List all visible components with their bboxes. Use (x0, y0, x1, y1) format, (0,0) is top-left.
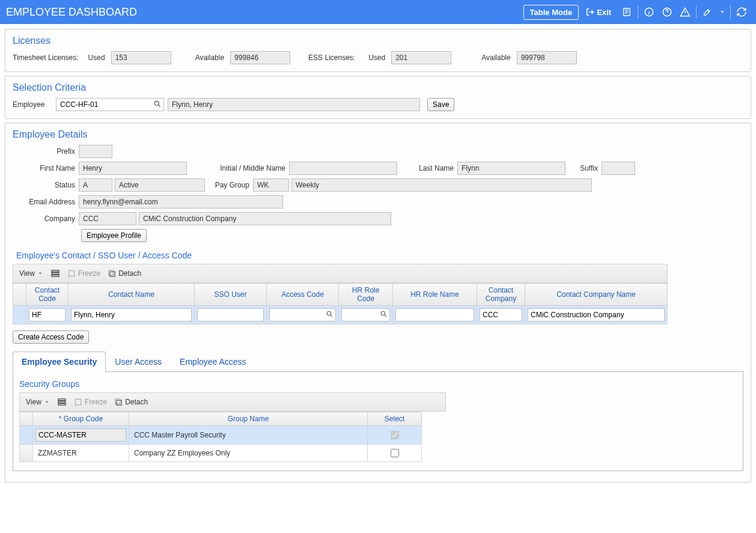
alert-icon[interactable] (677, 4, 694, 20)
col-contact-company-name[interactable]: Contact Company Name (525, 284, 668, 306)
timesheet-licenses-label: Timesheet Licenses: (13, 53, 79, 62)
view-label: View (26, 398, 41, 406)
col-sso-user[interactable]: SSO User (195, 284, 267, 306)
col-group-name[interactable]: Group Name (129, 412, 368, 426)
view-menu[interactable]: View (19, 269, 43, 278)
notes-icon[interactable] (618, 4, 635, 20)
selection-criteria-panel: Selection Criteria Employee Save (5, 76, 751, 119)
col-contact-code[interactable]: Contact Code (26, 284, 69, 306)
view-label: View (19, 269, 35, 278)
help-icon[interactable] (659, 4, 675, 20)
exit-label: Exit (597, 8, 611, 17)
cell-contact-name[interactable] (71, 308, 192, 321)
create-access-code-button[interactable]: Create Access Code (13, 330, 89, 344)
svg-rect-13 (58, 401, 66, 403)
available-label: Available (195, 53, 224, 62)
security-row[interactable]: CCC Master Payroll Security (20, 426, 422, 445)
cell-contact-company-name[interactable] (528, 308, 665, 321)
col-hr-role-code[interactable]: HR Role Code (339, 284, 393, 306)
status-desc-field (115, 178, 205, 192)
tab-employee-access[interactable]: Employee Access (171, 352, 255, 372)
paygroup-code-field (253, 178, 289, 192)
svg-rect-15 (75, 399, 81, 404)
svg-rect-9 (110, 272, 115, 276)
separator (696, 5, 697, 19)
exit-button[interactable]: Exit (582, 5, 615, 19)
freeze-button[interactable]: Freeze (67, 269, 100, 278)
info-icon[interactable] (641, 4, 657, 20)
security-toolbar: View Freeze Detach (19, 392, 446, 412)
contact-sso-title: Employee's Contact / SSO User / Access C… (16, 251, 743, 260)
freeze-label: Freeze (78, 269, 100, 278)
employee-details-title: Employee Details (13, 129, 743, 140)
ess-available-field (517, 51, 577, 64)
suffix-label: Suffix (565, 164, 602, 172)
cell-hr-role-code[interactable] (341, 308, 390, 321)
separator (730, 5, 731, 19)
title-bar-icons (618, 4, 750, 20)
cell-group-code[interactable] (35, 428, 126, 442)
refresh-icon[interactable] (733, 4, 750, 20)
view-menu[interactable]: View (26, 398, 50, 406)
employee-label: Employee (13, 100, 52, 109)
last-name-field (457, 162, 565, 175)
employee-code-input[interactable] (56, 98, 164, 111)
email-field (79, 195, 283, 209)
table-mode-button[interactable]: Table Mode (523, 5, 579, 20)
edit-icon[interactable] (699, 4, 716, 20)
chevron-down-icon (37, 270, 43, 276)
first-name-label: First Name (13, 164, 79, 172)
detach-button[interactable]: Detach (108, 269, 141, 278)
select-checkbox[interactable] (391, 449, 399, 457)
col-contact-name[interactable]: Contact Name (69, 284, 195, 306)
save-button[interactable]: Save (427, 98, 454, 111)
ess-used-field (391, 51, 451, 64)
employee-details-panel: Employee Details Prefix First Name Initi… (5, 123, 751, 483)
contact-row[interactable] (13, 306, 668, 324)
svg-rect-4 (52, 270, 59, 272)
col-hr-role-name[interactable]: HR Role Name (393, 284, 477, 306)
employee-name-field (168, 98, 420, 111)
company-label: Company (13, 215, 79, 223)
tab-user-access[interactable]: User Access (106, 352, 171, 372)
cell-hr-role-name[interactable] (395, 308, 474, 321)
employee-profile-button[interactable]: Employee Profile (81, 229, 147, 242)
status-label: Status (13, 181, 79, 189)
used-label: Used (88, 53, 105, 62)
cell-contact-code[interactable] (29, 308, 66, 321)
format-icon[interactable] (50, 269, 60, 278)
col-access-code[interactable]: Access Code (267, 284, 339, 306)
separator (638, 5, 638, 19)
svg-rect-7 (69, 270, 74, 276)
svg-rect-14 (58, 404, 66, 406)
detach-button[interactable]: Detach (114, 398, 148, 406)
company-code-field (79, 212, 136, 225)
freeze-button[interactable]: Freeze (74, 398, 107, 406)
timesheet-used-field (111, 51, 171, 64)
col-contact-company[interactable]: Contact Company (477, 284, 525, 306)
email-label: Email Address (13, 198, 79, 206)
ess-available-label: Available (481, 53, 510, 62)
contact-toolbar: View Freeze Detach (13, 264, 668, 283)
svg-rect-6 (52, 275, 59, 277)
col-select[interactable]: Select (368, 412, 422, 426)
detach-label: Detach (125, 398, 148, 406)
cell-access-code[interactable] (269, 308, 336, 321)
security-table: * Group Code Group Name Select CCC Maste… (19, 412, 422, 462)
paygroup-label: Pay Group (205, 181, 253, 189)
security-row[interactable]: ZZMASTER Company ZZ Employees Only (20, 445, 422, 462)
select-checkbox[interactable] (391, 431, 399, 439)
col-group-code[interactable]: * Group Code (33, 412, 129, 426)
svg-rect-8 (109, 270, 114, 275)
tab-employee-security[interactable]: Employee Security (13, 352, 106, 372)
cell-sso-user[interactable] (197, 308, 264, 321)
exit-icon (586, 8, 594, 16)
freeze-label: Freeze (85, 398, 107, 406)
selection-criteria-title: Selection Criteria (13, 82, 743, 93)
format-icon[interactable] (57, 397, 67, 407)
svg-rect-5 (52, 273, 59, 275)
suffix-field (602, 162, 635, 175)
prefix-field (79, 145, 112, 158)
cell-contact-company[interactable] (480, 308, 522, 321)
chevron-down-icon[interactable] (717, 4, 728, 20)
